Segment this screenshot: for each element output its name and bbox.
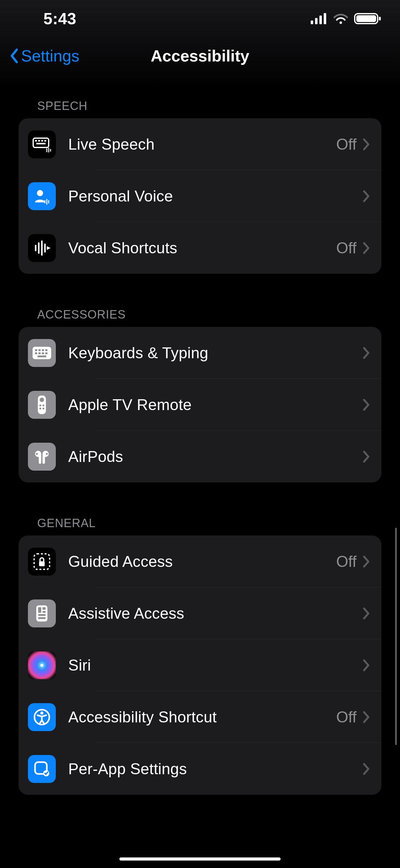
svg-rect-10 bbox=[38, 140, 40, 142]
svg-rect-0 bbox=[311, 21, 313, 24]
keyboard-speak-icon bbox=[28, 130, 56, 158]
chevron-right-icon bbox=[363, 138, 370, 151]
siri-icon bbox=[28, 651, 56, 679]
row-value: Off bbox=[336, 708, 357, 726]
svg-rect-28 bbox=[42, 349, 44, 351]
row-label: Personal Voice bbox=[68, 187, 357, 205]
svg-rect-7 bbox=[379, 17, 381, 21]
svg-point-42 bbox=[46, 453, 48, 455]
row-label: Siri bbox=[68, 656, 357, 674]
svg-rect-44 bbox=[39, 561, 45, 566]
chevron-right-icon bbox=[363, 451, 370, 463]
row-value: Off bbox=[336, 135, 357, 153]
status-bar: 5:43 bbox=[0, 0, 400, 37]
svg-rect-11 bbox=[41, 140, 43, 142]
chevron-right-icon bbox=[363, 763, 370, 775]
airpods-icon bbox=[28, 443, 56, 471]
svg-rect-27 bbox=[38, 349, 41, 351]
svg-rect-45 bbox=[36, 606, 47, 621]
row-label: Vocal Shortcuts bbox=[68, 239, 336, 257]
svg-rect-26 bbox=[35, 349, 37, 351]
svg-point-38 bbox=[42, 404, 44, 406]
row-siri[interactable]: Siri bbox=[19, 639, 381, 691]
chevron-right-icon bbox=[363, 347, 370, 359]
chevron-right-icon bbox=[363, 190, 370, 203]
row-assistive-access[interactable]: Assistive Access bbox=[19, 587, 381, 639]
back-button[interactable]: Settings bbox=[9, 46, 79, 65]
section-header-general: GENERAL bbox=[37, 517, 381, 530]
row-keyboards-typing[interactable]: Keyboards & Typing bbox=[19, 327, 381, 379]
row-value: Off bbox=[336, 553, 357, 570]
status-time: 5:43 bbox=[43, 9, 76, 28]
section-header-accessories: ACCESSORIES bbox=[37, 308, 381, 321]
svg-rect-47 bbox=[42, 607, 45, 610]
svg-point-39 bbox=[39, 408, 41, 409]
row-label: Live Speech bbox=[68, 135, 336, 153]
group-accessories: Keyboards & Typing Apple TV Remote AirPo… bbox=[19, 327, 381, 483]
svg-rect-29 bbox=[45, 349, 47, 351]
cellular-icon bbox=[311, 13, 328, 24]
svg-rect-6 bbox=[356, 15, 376, 22]
row-label: Assistive Access bbox=[68, 604, 357, 622]
chevron-right-icon bbox=[363, 399, 370, 411]
svg-rect-13 bbox=[36, 143, 45, 144]
row-per-app-settings[interactable]: Per-App Settings bbox=[19, 743, 381, 795]
panel-icon bbox=[28, 599, 56, 627]
svg-rect-9 bbox=[35, 140, 37, 142]
app-gear-icon bbox=[28, 755, 56, 783]
waveform-icon bbox=[28, 234, 56, 262]
chevron-right-icon bbox=[363, 242, 370, 254]
svg-point-52 bbox=[40, 712, 43, 715]
row-label: Per-App Settings bbox=[68, 760, 357, 778]
svg-rect-1 bbox=[315, 18, 318, 24]
person-voice-icon bbox=[28, 182, 56, 210]
row-personal-voice[interactable]: Personal Voice bbox=[19, 170, 381, 222]
chevron-right-icon bbox=[363, 555, 370, 568]
row-label: Keyboards & Typing bbox=[68, 344, 357, 362]
row-accessibility-shortcut[interactable]: Accessibility Shortcut Off bbox=[19, 691, 381, 743]
svg-point-40 bbox=[42, 408, 44, 409]
svg-rect-12 bbox=[44, 140, 46, 142]
svg-rect-34 bbox=[37, 355, 46, 357]
svg-rect-46 bbox=[38, 607, 41, 613]
accessibility-icon bbox=[28, 703, 56, 731]
back-label: Settings bbox=[21, 46, 79, 65]
chevron-right-icon bbox=[363, 607, 370, 620]
svg-point-41 bbox=[36, 453, 38, 455]
svg-point-4 bbox=[339, 22, 342, 24]
content: SPEECH Live Speech Off Personal Voice bbox=[0, 74, 400, 795]
chevron-right-icon bbox=[363, 711, 370, 723]
chevron-right-icon bbox=[363, 659, 370, 672]
svg-rect-30 bbox=[35, 352, 37, 354]
battery-icon bbox=[354, 12, 381, 25]
nav-bar: Settings Accessibility bbox=[0, 37, 400, 74]
svg-rect-49 bbox=[38, 614, 45, 616]
section-header-speech: SPEECH bbox=[37, 99, 381, 113]
row-label: Accessibility Shortcut bbox=[68, 708, 336, 726]
home-indicator[interactable] bbox=[120, 858, 280, 861]
row-value: Off bbox=[336, 239, 357, 257]
svg-rect-33 bbox=[45, 352, 47, 354]
row-label: Apple TV Remote bbox=[68, 396, 357, 414]
row-apple-tv-remote[interactable]: Apple TV Remote bbox=[19, 379, 381, 431]
group-speech: Live Speech Off Personal Voice Vocal Sho… bbox=[19, 118, 381, 274]
svg-rect-48 bbox=[42, 611, 45, 613]
wifi-icon bbox=[333, 13, 348, 24]
row-vocal-shortcuts[interactable]: Vocal Shortcuts Off bbox=[19, 222, 381, 274]
lock-dashed-icon bbox=[28, 548, 56, 576]
remote-icon bbox=[28, 391, 56, 419]
svg-point-37 bbox=[39, 404, 41, 406]
group-general: Guided Access Off Assistive Access Siri bbox=[19, 535, 381, 795]
svg-rect-31 bbox=[38, 352, 41, 354]
svg-point-17 bbox=[37, 190, 43, 196]
svg-rect-50 bbox=[38, 617, 45, 619]
row-live-speech[interactable]: Live Speech Off bbox=[19, 118, 381, 170]
svg-rect-3 bbox=[324, 13, 326, 24]
svg-rect-2 bbox=[320, 16, 322, 24]
row-label: Guided Access bbox=[68, 553, 336, 570]
row-label: AirPods bbox=[68, 448, 357, 466]
svg-rect-32 bbox=[42, 352, 44, 354]
row-guided-access[interactable]: Guided Access Off bbox=[19, 535, 381, 587]
chevron-left-icon bbox=[9, 49, 19, 63]
row-airpods[interactable]: AirPods bbox=[19, 431, 381, 483]
